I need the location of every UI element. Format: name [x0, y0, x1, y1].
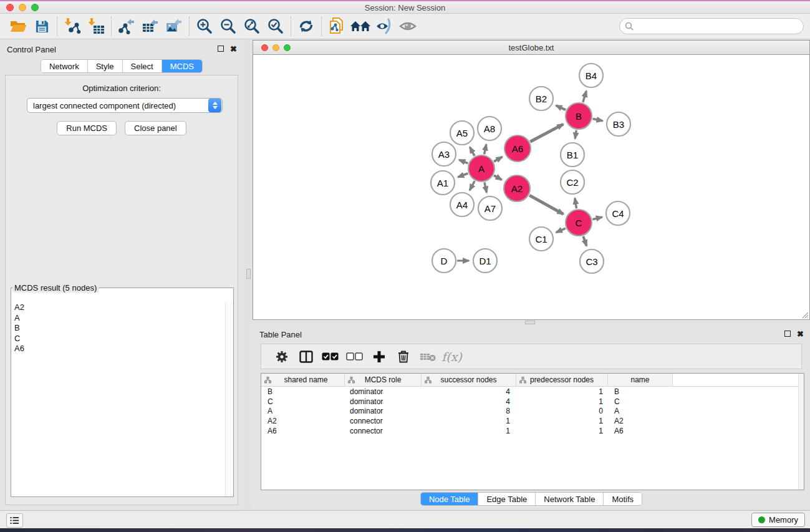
graph-node-label-A1: A1: [437, 178, 448, 188]
tab-motifs[interactable]: Motifs: [603, 493, 642, 505]
export-network-icon: [118, 17, 135, 35]
graph-edge-A-A4[interactable]: [470, 181, 475, 190]
table-options-button[interactable]: [269, 346, 294, 367]
graph-edge-B-B4[interactable]: [583, 91, 587, 102]
zoom-selected-button[interactable]: [264, 16, 287, 37]
export-network-button[interactable]: [115, 16, 138, 37]
column-header-shared-name[interactable]: shared name: [261, 374, 345, 386]
graph-edge-A-A6[interactable]: [494, 157, 502, 162]
vertical-splitter-grip[interactable]: [246, 269, 251, 279]
graph-edge-A-A8[interactable]: [485, 144, 486, 154]
search-field[interactable]: [619, 18, 804, 34]
hide-selected-button[interactable]: [372, 16, 396, 37]
open-session-button[interactable]: [6, 16, 30, 37]
result-scrollbar[interactable]: [225, 301, 233, 496]
graph-edge-A-A7[interactable]: [485, 182, 487, 192]
graph-node-label-B3: B3: [613, 119, 624, 130]
task-history-button[interactable]: [6, 513, 23, 528]
column-header-predecessor-nodes[interactable]: predecessor nodes: [516, 374, 608, 386]
list-item[interactable]: A6: [14, 344, 225, 354]
delete-table-button[interactable]: [415, 346, 440, 367]
table-scrollbar[interactable]: [798, 374, 804, 490]
select-all-button[interactable]: [318, 346, 342, 367]
float-panel-icon[interactable]: [784, 331, 791, 337]
column-view-button[interactable]: [294, 346, 318, 367]
table-row[interactable]: Adominator80A: [261, 407, 804, 417]
graph-edge-B-B3[interactable]: [593, 119, 603, 121]
close-panel-icon[interactable]: ✖: [230, 44, 237, 54]
delete-column-button[interactable]: [391, 346, 415, 367]
memory-button[interactable]: Memory: [751, 513, 805, 527]
zoom-fit-icon: [244, 18, 260, 34]
control-panel-title: Control Panel: [7, 45, 56, 54]
column-header-successor-nodes[interactable]: successor nodes: [422, 374, 516, 386]
criterion-dropdown[interactable]: largest connected component (directed): [27, 98, 223, 113]
run-mcds-button[interactable]: Run MCDS: [57, 121, 117, 135]
tab-network[interactable]: Network: [41, 60, 87, 72]
list-item[interactable]: A: [14, 313, 225, 324]
graph-edge-B-B2[interactable]: [556, 105, 566, 110]
mcds-result-list[interactable]: A2 A B C A6: [11, 301, 225, 496]
graph-edge-A-A5[interactable]: [470, 147, 475, 156]
import-table-icon: [87, 17, 105, 35]
first-neighbors-button[interactable]: [349, 16, 372, 37]
graph-edge-C-C4[interactable]: [592, 217, 602, 220]
table-row[interactable]: Cdominator41C: [261, 397, 804, 407]
graph-edge-A6-B[interactable]: [530, 124, 563, 142]
list-icon: [10, 516, 19, 525]
tab-mcds[interactable]: MCDS: [162, 60, 202, 72]
node-table[interactable]: shared name MCDS role successor nodes pr…: [261, 373, 804, 490]
graph-node-label-D: D: [441, 256, 448, 266]
search-input[interactable]: [634, 20, 803, 32]
network-title: testGlobe.txt: [253, 43, 809, 52]
graph-edge-A-A3[interactable]: [459, 160, 468, 163]
close-panel-icon[interactable]: ✖: [797, 329, 804, 339]
zoom-out-button[interactable]: [216, 16, 240, 37]
graph-edge-B-B1[interactable]: [575, 130, 576, 139]
tab-network-table[interactable]: Network Table: [535, 493, 603, 505]
refresh-layout-icon: [298, 18, 314, 34]
table-row[interactable]: A2connector11A2: [261, 416, 804, 426]
tab-node-table[interactable]: Node Table: [421, 493, 478, 505]
close-panel-button[interactable]: Close panel: [125, 121, 186, 135]
window-resize-grip[interactable]: [800, 310, 809, 319]
graph-edge-C-C1[interactable]: [556, 228, 566, 233]
tab-edge-table[interactable]: Edge Table: [478, 493, 535, 505]
app-title: Session: New Session: [0, 3, 810, 12]
float-panel-icon[interactable]: [218, 46, 224, 52]
graph-node-label-C2: C2: [566, 177, 578, 188]
table-row[interactable]: A6connector11A6: [261, 426, 804, 436]
list-item[interactable]: B: [14, 323, 225, 334]
network-window-titlebar: testGlobe.txt: [253, 41, 809, 55]
houses-icon: [350, 19, 371, 34]
graph-edge-A-A1[interactable]: [458, 173, 468, 177]
export-table-button[interactable]: [138, 16, 162, 37]
app-titlebar: Session: New Session: [0, 1, 810, 14]
table-row[interactable]: Bdominator41B: [261, 387, 804, 397]
show-all-button[interactable]: [396, 16, 420, 37]
add-column-button[interactable]: [367, 346, 391, 367]
zoom-fit-button[interactable]: [240, 16, 264, 37]
import-table-button[interactable]: [84, 16, 108, 37]
graph-edge-C-C3[interactable]: [583, 236, 586, 246]
tab-style[interactable]: Style: [87, 60, 122, 72]
function-builder-button[interactable]: f(x): [440, 346, 464, 367]
graph-edge-A-A2[interactable]: [494, 175, 502, 180]
memory-label: Memory: [769, 515, 798, 525]
clone-network-button[interactable]: [325, 16, 349, 37]
graph-edge-A2-C[interactable]: [529, 195, 563, 214]
network-canvas[interactable]: AA1A2A3A4A5A6A7A8BB1B2B3B4CC1C2C3C4DD1: [253, 55, 809, 319]
column-header-name[interactable]: name: [608, 374, 673, 386]
apply-layout-button[interactable]: [294, 16, 318, 37]
import-network-button[interactable]: [60, 16, 84, 37]
unselect-all-button[interactable]: [342, 346, 367, 367]
list-item[interactable]: C: [14, 334, 225, 344]
export-image-button[interactable]: [162, 16, 186, 37]
list-item[interactable]: A2: [14, 302, 225, 313]
graph-node-label-C: C: [576, 218, 582, 228]
graph-edge-C-C2[interactable]: [575, 198, 577, 209]
zoom-in-button[interactable]: [193, 16, 216, 37]
column-header-mcds-role[interactable]: MCDS role: [345, 374, 422, 386]
tab-select[interactable]: Select: [122, 60, 162, 72]
save-session-button[interactable]: [30, 16, 54, 37]
